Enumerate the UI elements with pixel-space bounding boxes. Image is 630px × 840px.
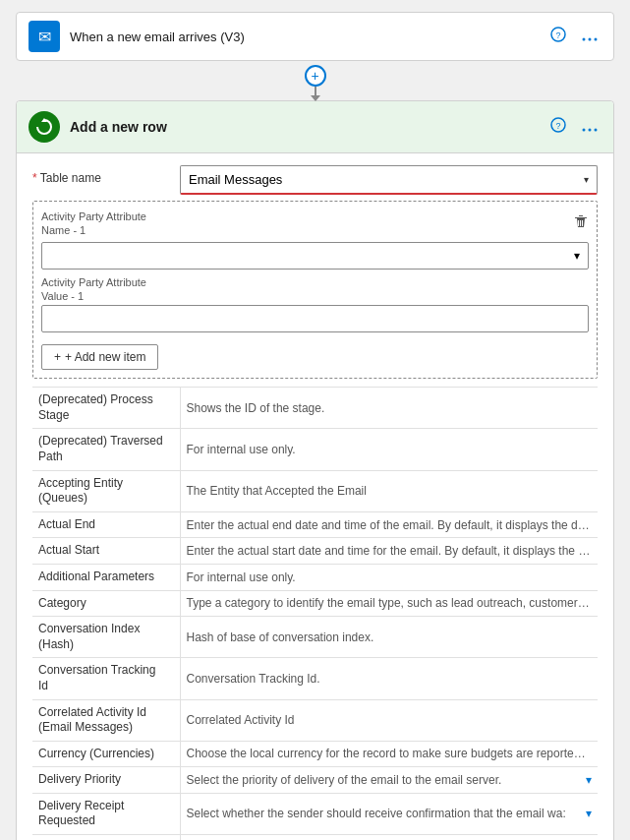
delete-ap-button[interactable] bbox=[573, 213, 589, 233]
svg-text:?: ? bbox=[555, 30, 560, 40]
trigger-actions: ? bbox=[546, 25, 601, 48]
svg-point-3 bbox=[589, 38, 592, 41]
ap-name-label: Activity Party AttributeName - 1 bbox=[41, 210, 146, 238]
prop-label: Delivery Priority bbox=[32, 767, 180, 794]
table-row: (Deprecated) Traversed PathFor internal … bbox=[32, 429, 598, 470]
svg-point-8 bbox=[583, 129, 586, 132]
table-row: CategoryType a category to identify the … bbox=[32, 590, 598, 617]
prop-value[interactable]: Select the priority of delivery of the e… bbox=[180, 767, 598, 794]
prop-label: Currency (Currencies) bbox=[32, 741, 180, 767]
table-name-dropdown[interactable]: Email Messages ▾ bbox=[180, 165, 598, 195]
prop-value: Hash of base of conversation index. bbox=[180, 617, 598, 658]
form-body: Table name Email Messages ▾ Activity Par… bbox=[17, 153, 613, 840]
prop-value: Conversation Tracking Id. bbox=[180, 658, 598, 699]
prop-label: (Deprecated) Process Stage bbox=[32, 388, 180, 429]
table-row: Accepting Entity (Queues)The Entity that… bbox=[32, 470, 598, 511]
ap-name-dropdown[interactable]: ▾ bbox=[41, 242, 589, 270]
ap-name-row: Activity Party AttributeName - 1 bbox=[41, 210, 589, 238]
chevron-down-icon: ▾ bbox=[586, 773, 592, 787]
table-row: (Deprecated) Process StageShows the ID o… bbox=[32, 388, 598, 429]
action-more-button[interactable] bbox=[578, 115, 601, 139]
action-card: Add a new row ? Table name Email Message… bbox=[16, 100, 614, 840]
trigger-icon: ✉ bbox=[29, 21, 60, 52]
prop-label: (Deprecated) Traversed Path bbox=[32, 429, 180, 470]
svg-point-4 bbox=[595, 38, 598, 41]
table-row: Delivery PrioritySelect the priority of … bbox=[32, 767, 598, 794]
table-row: Conversation Tracking IdConversation Tra… bbox=[32, 658, 598, 699]
table-row: Additional ParametersFor internal use on… bbox=[32, 564, 598, 590]
add-icon: + bbox=[54, 350, 61, 364]
table-row: Delivery Receipt RequestedSelect whether… bbox=[32, 793, 598, 834]
prop-label: Actual Start bbox=[32, 538, 180, 565]
ap-value-label: Activity Party AttributeValue - 1 bbox=[41, 275, 589, 304]
arrow-down bbox=[315, 87, 316, 96]
table-row: Actual EndEnter the actual end date and … bbox=[32, 511, 598, 538]
prop-label: Additional Parameters bbox=[32, 564, 180, 590]
prop-dropdown[interactable]: Select whether the sender should receive… bbox=[187, 807, 593, 820]
table-name-row: Table name Email Messages ▾ bbox=[32, 165, 598, 195]
activity-party-box: Activity Party AttributeName - 1 ▾ Activ… bbox=[32, 201, 598, 379]
table-row: Conversation Index (Hash)Hash of base of… bbox=[32, 617, 598, 658]
prop-value: Shows the ID of the stage. bbox=[180, 388, 598, 429]
table-name-value: Email Messages ▾ bbox=[180, 165, 598, 195]
chevron-down-icon: ▾ bbox=[586, 807, 592, 820]
prop-label: Delivery Receipt Requested bbox=[32, 793, 180, 834]
chevron-down-icon: ▾ bbox=[584, 174, 589, 185]
prop-value: Choose the local currency for the record… bbox=[180, 741, 598, 767]
table-row: Correlated Activity Id (Email Messages)C… bbox=[32, 699, 598, 741]
prop-label: Conversation Tracking Id bbox=[32, 658, 180, 699]
prop-value: For internal use only. bbox=[180, 564, 598, 590]
svg-point-10 bbox=[595, 129, 598, 132]
prop-dropdown[interactable]: Select the priority of delivery of the e… bbox=[187, 773, 593, 787]
ap-name-chevron-icon: ▾ bbox=[574, 249, 580, 263]
trigger-more-button[interactable] bbox=[578, 26, 601, 47]
prop-label: Description bbox=[32, 835, 180, 840]
trigger-help-button[interactable]: ? bbox=[546, 25, 570, 48]
prop-label: Conversation Index (Hash) bbox=[32, 617, 180, 658]
prop-label: Actual End bbox=[32, 511, 180, 538]
table-name-label: Table name bbox=[32, 165, 180, 185]
add-item-button[interactable]: + + Add new item bbox=[41, 344, 158, 370]
prop-value: Type a category to identify the email ty… bbox=[180, 590, 598, 617]
action-header-right: ? bbox=[546, 115, 601, 139]
svg-point-9 bbox=[589, 129, 592, 132]
table-row: DescriptionBody× bbox=[32, 835, 598, 840]
trigger-left: ✉ When a new email arrives (V3) bbox=[29, 21, 245, 52]
prop-value: The Entity that Accepted the Email bbox=[180, 470, 598, 511]
trigger-card: ✉ When a new email arrives (V3) ? bbox=[16, 12, 614, 61]
prop-value: Enter the actual start date and time for… bbox=[180, 538, 598, 565]
prop-value[interactable]: Select whether the sender should receive… bbox=[180, 793, 598, 834]
prop-value: Body× bbox=[180, 835, 598, 840]
svg-text:?: ? bbox=[555, 121, 560, 131]
table-row: Currency (Currencies)Choose the local cu… bbox=[32, 741, 598, 767]
prop-label: Correlated Activity Id (Email Messages) bbox=[32, 699, 180, 741]
prop-value: For internal use only. bbox=[180, 429, 598, 470]
action-icon bbox=[29, 111, 60, 143]
prop-label: Accepting Entity (Queues) bbox=[32, 470, 180, 511]
action-header-left: Add a new row bbox=[29, 111, 167, 143]
trigger-title: When a new email arrives (V3) bbox=[70, 30, 245, 44]
prop-value: Correlated Activity Id bbox=[180, 699, 598, 741]
add-step-button[interactable]: + bbox=[305, 65, 326, 87]
svg-point-2 bbox=[583, 38, 586, 41]
table-row: Actual StartEnter the actual start date … bbox=[32, 538, 598, 565]
properties-table: (Deprecated) Process StageShows the ID o… bbox=[32, 387, 598, 840]
prop-label: Category bbox=[32, 590, 180, 617]
action-help-button[interactable]: ? bbox=[546, 115, 570, 139]
action-header: Add a new row ? bbox=[17, 101, 613, 153]
prop-value: Enter the actual end date and time of th… bbox=[180, 511, 598, 538]
ap-value-input[interactable] bbox=[41, 305, 589, 332]
connector: + bbox=[0, 65, 630, 96]
action-title: Add a new row bbox=[70, 119, 167, 135]
